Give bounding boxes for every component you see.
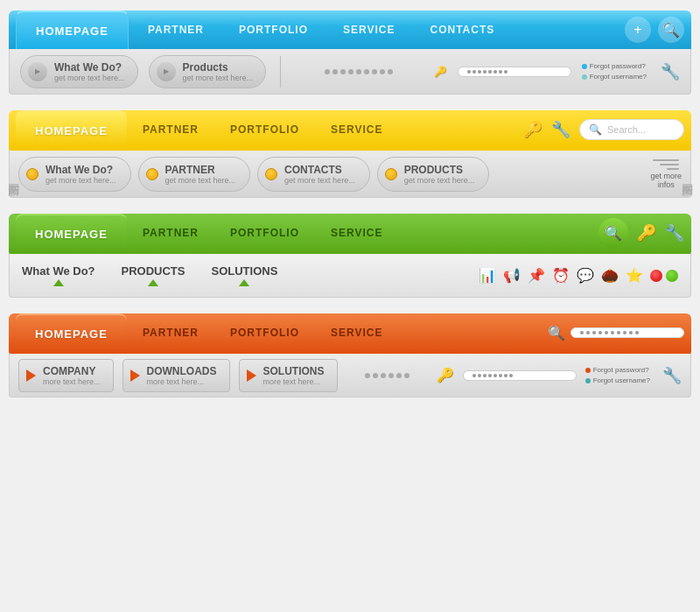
dot: [396, 373, 402, 378]
nav1-tab-contacts[interactable]: CONTACTS: [412, 11, 512, 49]
nav3-toggle: [650, 270, 678, 282]
navbar-yellow: HOMEPAGE PARTNER PORTFOLIO SERVICE 🔑 🔧 🔍…: [9, 110, 691, 198]
field-dot: [509, 374, 513, 377]
nav4-tab-partner[interactable]: PARTNER: [127, 313, 214, 352]
nav1-bottom-bar: ▶ What We Do? get more text here... ▶ Pr…: [9, 49, 691, 95]
nav2-item-products[interactable]: PRODUCTS get more text here...: [377, 157, 490, 192]
nav4-forgot-links: Forgot password? Forgot username?: [585, 366, 650, 384]
nav1-item-whatwedo[interactable]: ▶ What We Do? get more text here...: [20, 55, 138, 88]
bar-chart-icon[interactable]: 📊: [479, 267, 496, 284]
dot: [325, 69, 330, 74]
nav4-tab-homepage[interactable]: HOMEPAGE: [16, 313, 127, 352]
nav3-tab-service[interactable]: SERVICE: [315, 214, 398, 252]
nav1-tab-service[interactable]: SERVICE: [326, 11, 412, 49]
more-arrow-lines: [653, 159, 679, 170]
nav2-bottom-bar: What We Do? get more text here... PARTNE…: [9, 149, 691, 198]
nav2-item-sub-3: get more text here...: [284, 176, 355, 185]
field-dot: [617, 331, 620, 334]
chat-icon[interactable]: 💬: [577, 267, 594, 284]
wrench-icon-3: 🔧: [665, 223, 684, 243]
field-dot: [494, 374, 497, 377]
nav3-right-actions: 🔍 🔑 🔧: [598, 218, 684, 248]
play-icon-2: ▶: [157, 62, 176, 81]
nav3-arrow-up-3: [239, 279, 249, 286]
megaphone-icon[interactable]: 📢: [503, 267, 521, 284]
field-dot: [504, 70, 508, 74]
nav1-top-bar: HOMEPAGE PARTNER PORTFOLIO SERVICE CONTA…: [9, 11, 691, 49]
nav2-tab-partner[interactable]: PARTNER: [127, 110, 214, 149]
field-dot: [499, 374, 502, 377]
nav1-tab-homepage[interactable]: HOMEPAGE: [16, 11, 129, 49]
nav4-item-downloads[interactable]: DOWNLOADS more text here...: [122, 359, 230, 392]
toggle-green[interactable]: [666, 270, 678, 282]
play-icon-solutions: [247, 369, 256, 382]
nav1-item-products[interactable]: ▶ Products get more text here...: [149, 55, 267, 88]
pin-icon[interactable]: 📌: [528, 267, 545, 284]
nav4-password-field[interactable]: [463, 370, 577, 381]
nav1-plus-button[interactable]: +: [625, 17, 651, 43]
nav2-tab-portfolio[interactable]: PORTFOLIO: [214, 110, 315, 149]
dot: [372, 69, 377, 74]
nav1-tab-portfolio[interactable]: PORTFOLIO: [221, 11, 326, 49]
nav4-forgot-password-text: Forgot password?: [593, 366, 649, 374]
forgot-dot-teal: [585, 378, 591, 383]
nav3-tab-homepage[interactable]: HOMEPAGE: [16, 214, 127, 252]
nav4-forgot-username-row[interactable]: Forgot username?: [585, 376, 650, 384]
star-icon[interactable]: ⭐: [626, 267, 643, 284]
nav2-tab-service[interactable]: SERVICE: [315, 110, 398, 149]
nav3-link-solutions[interactable]: SOLUTIONS: [211, 264, 277, 286]
nav4-bottom-bar: COMPANY more text here... DOWNLOADS more…: [9, 352, 691, 397]
nav2-item-partner[interactable]: PARTNER get more text here...: [138, 157, 251, 192]
nav3-link-products[interactable]: PRODUCTS: [122, 264, 186, 286]
search-icon-4[interactable]: 🔍: [548, 325, 565, 341]
nav2-tab-homepage[interactable]: HOMEPAGE: [16, 110, 127, 149]
navbar-orange: HOMEPAGE PARTNER PORTFOLIO SERVICE 🔍: [9, 313, 691, 397]
nav3-tab-partner[interactable]: PARTNER: [127, 214, 214, 252]
field-dot: [472, 374, 476, 377]
nav2-search-field[interactable]: 🔍 Search...: [579, 119, 684, 140]
clock-icon[interactable]: ⏰: [552, 267, 570, 284]
navbar-blue: HOMEPAGE PARTNER PORTFOLIO SERVICE CONTA…: [9, 11, 691, 95]
forgot-username-row[interactable]: Forgot username?: [582, 73, 647, 81]
field-dot: [635, 331, 639, 334]
nav1-search-button[interactable]: 🔍: [658, 17, 684, 43]
nav2-more-infos[interactable]: get more infos: [643, 159, 682, 189]
nav4-search-field[interactable]: [570, 327, 684, 338]
nav1-item-title-1: What We Do?: [54, 61, 125, 74]
nav3-link-text-3: SOLUTIONS: [211, 264, 277, 278]
nav3-top-bar: HOMEPAGE PARTNER PORTFOLIO SERVICE 🔍 🔑 🔧: [9, 214, 691, 252]
nav1-item-sub-1: get more text here...: [54, 74, 125, 82]
nav2-item-text-4: PRODUCTS get more text here...: [404, 164, 475, 185]
wrench-icon-4[interactable]: 🔧: [662, 366, 682, 385]
nav2-item-text-1: What We Do? get more text here...: [46, 164, 116, 185]
dot: [365, 373, 370, 378]
nav4-tab-portfolio[interactable]: PORTFOLIO: [214, 313, 315, 352]
nav4-item-company[interactable]: COMPANY more text here...: [18, 359, 114, 392]
nav4-item-text-company: COMPANY more text here...: [43, 365, 101, 386]
forgot-password-row[interactable]: Forgot password?: [582, 62, 647, 70]
nav2-item-whatwedo[interactable]: What We Do? get more text here...: [18, 157, 131, 192]
forgot-dot-green: [582, 74, 587, 80]
nav1-item-text-2: Products get more text here...: [183, 61, 254, 82]
forgot-username-text: Forgot username?: [590, 73, 647, 81]
acorn-icon[interactable]: 🌰: [601, 267, 619, 284]
nav1-tab-partner[interactable]: PARTNER: [130, 11, 221, 49]
play-icon-downloads: [130, 369, 140, 382]
nav3-link-whatwedo[interactable]: What We Do?: [22, 264, 95, 286]
nav2-top-bar: HOMEPAGE PARTNER PORTFOLIO SERVICE 🔑 🔧 🔍…: [9, 110, 691, 149]
toggle-red[interactable]: [650, 270, 662, 282]
infos-label: infos: [658, 180, 675, 189]
wrench-icon[interactable]: 🔧: [661, 62, 680, 81]
dot: [381, 373, 386, 378]
nav4-item-solutions[interactable]: SOLUTIONS more text here...: [239, 359, 338, 392]
nav1-password-field[interactable]: [458, 67, 571, 77]
field-dot: [586, 331, 590, 334]
nav3-search-button[interactable]: 🔍: [598, 218, 628, 248]
nav4-tab-service[interactable]: SERVICE: [315, 313, 398, 352]
search-placeholder-2: Search...: [607, 124, 646, 135]
nav2-item-contacts[interactable]: CONTACTS get more text here...: [257, 157, 370, 192]
nav3-tab-portfolio[interactable]: PORTFOLIO: [214, 214, 315, 252]
key-icon-4: 🔑: [437, 367, 454, 383]
nav4-forgot-password-row[interactable]: Forgot password?: [585, 366, 650, 374]
field-dot: [494, 70, 497, 74]
